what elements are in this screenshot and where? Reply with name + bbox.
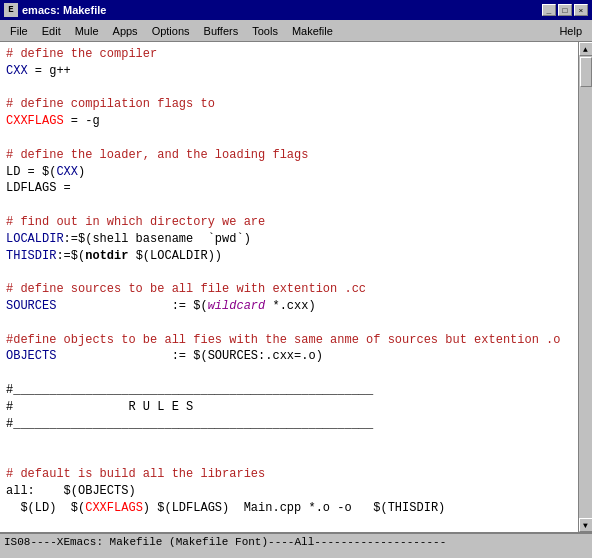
menu-options[interactable]: Options [146, 23, 196, 39]
line-18: #define objects to be all fies with the … [6, 333, 561, 347]
menu-apps[interactable]: Apps [107, 23, 144, 39]
minimize-button[interactable]: _ [542, 4, 556, 16]
line-22: # R U L E S [6, 400, 193, 414]
menu-file[interactable]: File [4, 23, 34, 39]
editor-content[interactable]: # define the compiler CXX = g++ # define… [0, 42, 578, 532]
line-11: # find out in which directory we are [6, 215, 265, 229]
scroll-up-button[interactable]: ▲ [579, 42, 593, 56]
line-28: $(LD) $(CXXFLAGS) $(LDFLAGS) Main.cpp *.… [6, 501, 445, 515]
app-icon-text: E [8, 5, 13, 15]
line-16: SOURCES := $(wildcard *.cxx) [6, 299, 316, 313]
line-19: OBJECTS := $(SOURCES:.cxx=.o) [6, 349, 323, 363]
title-bar-left: E emacs: Makefile [4, 3, 106, 17]
line-1: # define the compiler [6, 47, 157, 61]
line-21: #_______________________________________… [6, 383, 373, 397]
line-12: LOCALDIR:=$(shell basename `pwd`) [6, 232, 251, 246]
scrollbar[interactable]: ▲ ▼ [578, 42, 592, 532]
line-26: # default is build all the libraries [6, 467, 265, 481]
title-bar: E emacs: Makefile _ □ × [0, 0, 592, 20]
line-7: # define the loader, and the loading fla… [6, 148, 308, 162]
menu-help[interactable]: Help [553, 23, 588, 39]
close-button[interactable]: × [574, 4, 588, 16]
menu-tools[interactable]: Tools [246, 23, 284, 39]
line-2: CXX = g++ [6, 64, 71, 78]
app-icon: E [4, 3, 18, 17]
title-buttons: _ □ × [542, 4, 588, 16]
line-15: # define sources to be all file with ext… [6, 282, 366, 296]
line-13: THISDIR:=$(notdir $(LOCALDIR)) [6, 249, 222, 263]
line-9: LDFLAGS = [6, 181, 71, 195]
scroll-thumb[interactable] [580, 57, 592, 87]
menu-edit[interactable]: Edit [36, 23, 67, 39]
menu-bar: File Edit Mule Apps Options Buffers Tool… [0, 20, 592, 42]
status-text: IS08----XEmacs: Makefile (Makefile Font)… [4, 536, 446, 548]
editor-container: # define the compiler CXX = g++ # define… [0, 42, 592, 532]
title-text: emacs: Makefile [22, 4, 106, 16]
menu-mule[interactable]: Mule [69, 23, 105, 39]
scroll-down-button[interactable]: ▼ [579, 518, 593, 532]
maximize-button[interactable]: □ [558, 4, 572, 16]
line-5: CXXFLAGS = -g [6, 114, 100, 128]
line-23: #_______________________________________… [6, 417, 373, 431]
status-bar: IS08----XEmacs: Makefile (Makefile Font)… [0, 532, 592, 550]
menu-buffers[interactable]: Buffers [198, 23, 245, 39]
line-8: LD = $(CXX) [6, 165, 85, 179]
scroll-track[interactable] [579, 56, 592, 518]
menu-makefile[interactable]: Makefile [286, 23, 339, 39]
line-4: # define compilation flags to [6, 97, 215, 111]
menu-items: File Edit Mule Apps Options Buffers Tool… [4, 23, 339, 39]
line-27: all: $(OBJECTS) [6, 484, 136, 498]
